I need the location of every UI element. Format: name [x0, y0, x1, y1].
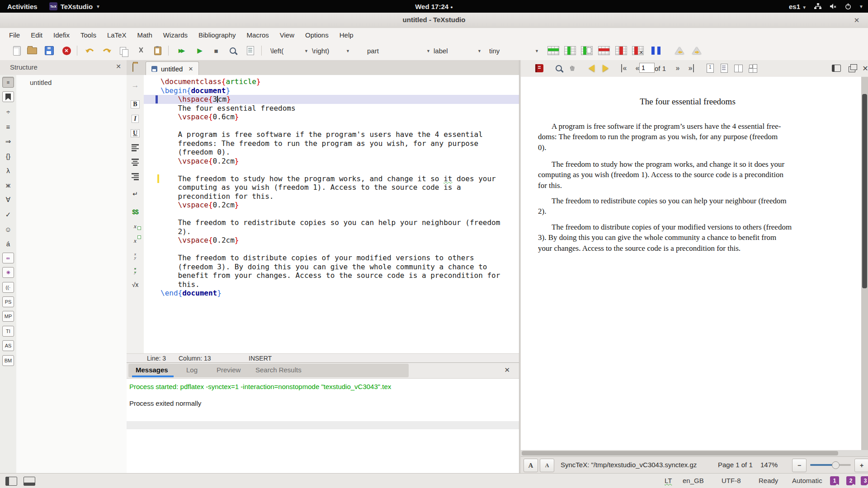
scrollbar-thumb[interactable] [862, 94, 867, 288]
code-line-17[interactable]: The freedom to redistribute copies so yo… [144, 218, 519, 227]
menu-item-options[interactable]: Options [300, 29, 334, 41]
menu-item-macros[interactable]: Macros [241, 29, 274, 41]
window-close-button[interactable]: ✕ [852, 15, 862, 25]
side-tab-symbols-greek[interactable]: λ [2, 164, 14, 176]
structure-item-untitled[interactable]: untitled [30, 79, 52, 86]
messages-tab-preview[interactable]: Preview [217, 366, 241, 374]
side-tab-symbols-wasysym[interactable]: ☺ [2, 223, 14, 235]
code-line-6[interactable] [144, 122, 519, 131]
paste-button[interactable] [151, 44, 165, 57]
remove-row-button[interactable] [597, 44, 611, 57]
align-center-button[interactable] [128, 156, 142, 168]
code-line-13[interactable]: computing as you wish (freedom 1). Acces… [144, 183, 519, 192]
font-size-dropdown[interactable]: tiny▼ [486, 45, 542, 56]
chevron-down-icon[interactable]: ▼ [859, 4, 863, 9]
code-line-1[interactable]: \documentclass{article} [144, 77, 519, 86]
side-tab-symbols-special[interactable]: ✳ [2, 267, 14, 278]
line-break-button[interactable]: ↵ [128, 188, 142, 200]
volume-muted-icon[interactable] [829, 3, 837, 10]
paste-column-button[interactable] [580, 44, 594, 57]
code-line-20[interactable] [144, 245, 519, 254]
side-tab-beamer-tab[interactable]: BM [2, 355, 14, 366]
find-button[interactable] [226, 44, 240, 57]
code-line-7[interactable]: A program is free software if the progra… [144, 130, 519, 139]
structure-panel-close-button[interactable]: ✕ [116, 63, 121, 70]
menu-item-wizards[interactable]: Wizards [158, 29, 193, 41]
slash-fraction-button[interactable]: xy [128, 264, 142, 276]
grid-view-button[interactable] [746, 62, 759, 74]
undo-button[interactable] [83, 44, 97, 57]
code-line-2[interactable]: \begin{document} [144, 86, 519, 95]
zoom-slider-thumb[interactable] [832, 461, 840, 469]
side-tab-symbols-brackets[interactable]: ((· [2, 282, 14, 293]
status-compile-status[interactable]: Ready [759, 477, 778, 484]
right-delimiter-dropdown[interactable]: \right)▼ [309, 45, 353, 56]
pdf-vertical-scrollbar[interactable] [861, 77, 868, 450]
status-encoding[interactable]: UTF-8 [722, 477, 741, 484]
menu-item-file[interactable]: File [4, 29, 25, 41]
zoom-out-button[interactable]: − [792, 459, 807, 472]
side-tab-pstricks-tab[interactable]: PS [2, 296, 14, 307]
side-tab-symbols-relations[interactable]: ≡ [2, 121, 14, 132]
stop-button[interactable]: ■ [209, 44, 223, 57]
compile-button[interactable]: ▶ [193, 44, 207, 57]
network-icon[interactable] [814, 3, 822, 10]
menu-item-edit[interactable]: Edit [25, 29, 48, 41]
code-line-25[interactable]: \end{document} [144, 289, 519, 298]
next-page-button[interactable]: » [671, 62, 684, 74]
left-delimiter-dropdown[interactable]: \left(▼ [268, 45, 311, 56]
continuous-view-button[interactable] [718, 62, 731, 74]
new-file-button[interactable] [10, 44, 24, 57]
side-tab-symbols-delimiters[interactable]: {} [2, 150, 14, 162]
code-line-24[interactable]: this. [144, 280, 519, 289]
fraction-button[interactable]: xy [128, 250, 142, 262]
side-tab-symbols-misc-text[interactable]: ✓ [2, 209, 14, 221]
code-line-3[interactable]: \hspace{3cm} [144, 95, 519, 104]
align-right-button[interactable] [128, 171, 142, 183]
code-line-22[interactable]: (freedom 3). By doing this you can give … [144, 263, 519, 272]
underline-button[interactable]: U [128, 127, 142, 139]
side-tab-symbols-arrows[interactable]: ⇒ [2, 136, 14, 147]
two-page-view-button[interactable] [732, 62, 745, 74]
math-mode-button[interactable]: $$ [128, 206, 142, 218]
side-tab-symbols-ams[interactable]: ∞ [2, 253, 14, 263]
pdf-close-button[interactable]: ✕ [859, 62, 868, 74]
status-language[interactable]: en_GB [683, 477, 704, 484]
status-grammar-check[interactable]: LT [665, 477, 672, 484]
copy-button[interactable] [117, 44, 131, 57]
cut-column-button[interactable] [631, 44, 645, 57]
close-file-button[interactable]: ✕ [60, 44, 73, 57]
bookmark-1-button[interactable]: 1 [830, 476, 839, 485]
triangle-next-button[interactable] [690, 44, 703, 57]
add-column-button[interactable] [563, 44, 577, 57]
messages-tab-messages[interactable]: Messages [136, 366, 168, 374]
square-root-button[interactable]: √x [128, 279, 142, 291]
side-tab-metapost-tab[interactable]: MP [2, 311, 14, 322]
bookmark-2-button[interactable]: 2 [846, 476, 855, 485]
toggle-messages-button[interactable] [24, 477, 35, 486]
pdf-dock-button[interactable] [830, 62, 843, 74]
subscript-button[interactable]: x [128, 221, 142, 232]
code-line-9[interactable]: (freedom 0). [144, 148, 519, 157]
open-file-button[interactable] [25, 44, 39, 57]
view-log-button[interactable] [244, 44, 257, 57]
single-page-view-button[interactable] [704, 62, 717, 74]
enlarge-fonts-button[interactable]: A [524, 459, 538, 472]
activities-button[interactable]: Activities [7, 3, 38, 10]
menu-item-bibliography[interactable]: Bibliography [193, 29, 241, 41]
previous-page-button[interactable]: « [631, 62, 644, 74]
superscript-button[interactable]: x [128, 235, 142, 247]
remove-column-button[interactable] [614, 44, 628, 57]
code-line-10[interactable]: \vspace{0.2cm} [144, 157, 519, 166]
code-line-12[interactable]: The freedom to study how the program wor… [144, 174, 519, 183]
code-line-19[interactable]: \vspace{0.2cm} [144, 236, 519, 245]
menu-item-view[interactable]: View [274, 29, 300, 41]
code-editor[interactable]: \documentclass{article}\begin{document} … [144, 75, 519, 353]
code-line-21[interactable]: The freedom to distribute copies of your… [144, 253, 519, 263]
pdf-horizontal-scrollbar[interactable] [521, 450, 868, 456]
save-file-button[interactable] [42, 44, 56, 57]
triangle-prev-button[interactable] [673, 44, 686, 57]
code-line-11[interactable] [144, 165, 519, 174]
side-tab-structure-tab[interactable]: ≡ [2, 77, 14, 88]
code-line-5[interactable]: \vspace{0.6cm} [144, 113, 519, 122]
